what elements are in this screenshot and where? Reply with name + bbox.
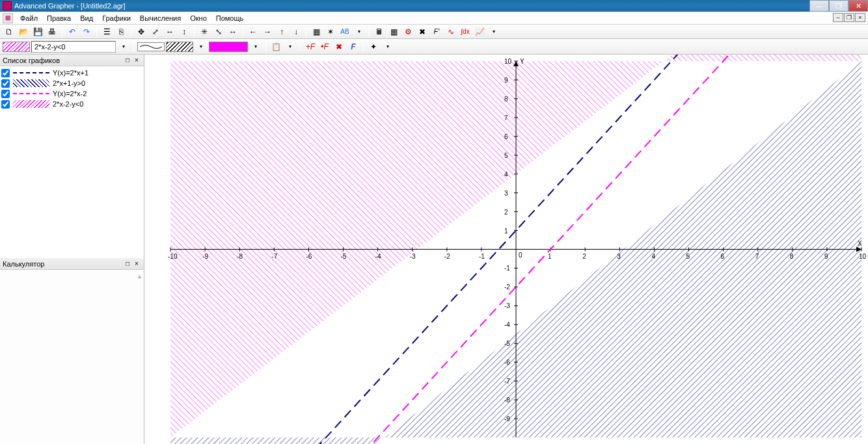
- svg-text:5: 5: [504, 152, 508, 159]
- move-button[interactable]: ✥: [135, 26, 148, 38]
- panel-dock-button[interactable]: □: [123, 259, 132, 268]
- pan-left-button[interactable]: ←: [247, 26, 260, 38]
- fit-button[interactable]: ⤡: [212, 26, 225, 38]
- separator: [194, 27, 195, 37]
- redo-button[interactable]: ↷: [80, 26, 93, 38]
- menu-calc[interactable]: Вычисления: [135, 13, 185, 23]
- regression-button[interactable]: 📈: [473, 26, 486, 38]
- intersection-button[interactable]: ✖: [416, 26, 429, 38]
- undo-button[interactable]: ↶: [66, 26, 79, 38]
- tangent-button[interactable]: ∿: [444, 26, 457, 38]
- hatch-style-picker[interactable]: [166, 42, 193, 52]
- center-button[interactable]: ✳: [198, 26, 211, 38]
- table-button[interactable]: ▦: [387, 26, 400, 38]
- scroll-up-icon[interactable]: ▴: [138, 272, 141, 280]
- calculator-button[interactable]: 🖩: [373, 26, 386, 38]
- legend-swatch-line-magenta: [13, 90, 49, 98]
- copy-list-button[interactable]: ⎘: [115, 26, 128, 38]
- print-button[interactable]: 🖶: [46, 26, 59, 38]
- formula-input[interactable]: [31, 41, 116, 53]
- graph-item[interactable]: 2*x+1-y>0: [1, 78, 142, 88]
- graph-item[interactable]: Y(x)=2*x+1: [1, 68, 142, 78]
- save-file-button[interactable]: 💾: [31, 26, 44, 38]
- open-file-button[interactable]: 📂: [17, 26, 30, 38]
- pan-right-button[interactable]: →: [261, 26, 274, 38]
- menu-window[interactable]: Окно: [185, 13, 211, 23]
- regression-dropdown[interactable]: ▾: [487, 26, 500, 38]
- svg-text:-6: -6: [504, 359, 510, 366]
- panel-close-button[interactable]: ×: [132, 56, 141, 65]
- panel-dock-button[interactable]: □: [123, 56, 132, 65]
- graph-visibility-checkbox[interactable]: [1, 100, 10, 109]
- svg-text:8: 8: [790, 253, 794, 260]
- panel-close-button[interactable]: ×: [132, 259, 141, 268]
- separator: [62, 27, 62, 37]
- hatch-dropdown[interactable]: ▾: [195, 41, 208, 53]
- mdi-restore-button[interactable]: ❐: [844, 13, 854, 22]
- add-function-button[interactable]: +F: [304, 41, 317, 53]
- fit-x-icon: ↔: [229, 28, 237, 36]
- document-icon[interactable]: ⊞: [3, 13, 13, 23]
- color-picker[interactable]: [209, 42, 248, 52]
- delete-function-button[interactable]: ✖: [332, 41, 346, 53]
- label-button[interactable]: AB: [338, 26, 351, 38]
- graph-visibility-checkbox[interactable]: [1, 69, 10, 77]
- menu-view[interactable]: Вид: [75, 13, 98, 23]
- ab-label-icon: AB: [340, 29, 349, 35]
- edit-function-button[interactable]: •F: [318, 41, 331, 53]
- line-style-picker[interactable]: [137, 42, 165, 51]
- arrow-up-icon: ↑: [280, 28, 284, 36]
- minimize-button[interactable]: —: [809, 0, 829, 12]
- zoom-xy-button[interactable]: ⤢: [149, 26, 162, 38]
- svg-text:1: 1: [548, 253, 552, 260]
- axis-toggle-button[interactable]: ✶: [324, 26, 337, 38]
- duplicate-function-button[interactable]: F: [347, 41, 360, 53]
- graph-properties-dropdown[interactable]: ▾: [284, 41, 297, 53]
- window-title: Advanced Grapher - [Untitled2.agr]: [14, 2, 865, 10]
- menu-file[interactable]: Файл: [16, 13, 42, 23]
- calculator-panel[interactable]: ▴: [0, 270, 144, 444]
- svg-text:9: 9: [824, 253, 828, 260]
- point-tool-dropdown[interactable]: ▾: [381, 41, 394, 53]
- trace-button[interactable]: ⚙: [401, 26, 414, 38]
- formula-dropdown[interactable]: ▾: [117, 41, 130, 53]
- pan-down-button[interactable]: ↓: [290, 26, 303, 38]
- chevron-down-icon: ▾: [122, 44, 125, 49]
- new-file-button[interactable]: 🗋: [3, 26, 16, 38]
- grid-toggle-button[interactable]: ▦: [310, 26, 323, 38]
- pan-up-button[interactable]: ↑: [275, 26, 288, 38]
- fit-x-button[interactable]: ↔: [226, 26, 239, 38]
- duplicate-icon: F: [351, 43, 355, 51]
- menu-graphs[interactable]: Графики: [98, 13, 135, 23]
- current-fill-swatch[interactable]: [3, 42, 30, 52]
- mdi-close-button[interactable]: ×: [855, 13, 865, 22]
- separator: [300, 42, 301, 52]
- graph-visibility-checkbox[interactable]: [1, 90, 10, 98]
- point-tool-button[interactable]: ✦: [367, 41, 380, 53]
- list-button[interactable]: ☰: [100, 26, 113, 38]
- graph-properties-button[interactable]: 📋: [269, 41, 282, 53]
- menu-edit[interactable]: Правка: [42, 13, 75, 23]
- graph-list[interactable]: Y(x)=2*x+1 2*x+1-y>0 Y(x)=2*x-2 2*x-2-y<…: [0, 66, 144, 258]
- close-button[interactable]: ✕: [848, 0, 868, 12]
- zoom-x-button[interactable]: ↔: [163, 26, 176, 38]
- title-bar: Advanced Grapher - [Untitled2.agr] — ❐ ✕: [0, 0, 868, 12]
- graph-item[interactable]: Y(x)=2*x-2: [1, 88, 142, 99]
- integral-button[interactable]: ∫dx: [459, 26, 472, 38]
- plot-svg: XY-10-9-8-7-6-5-4-3-2-112345678910-9-8-7…: [144, 55, 868, 444]
- menu-help[interactable]: Помощь: [211, 13, 249, 23]
- label-dropdown[interactable]: ▾: [353, 26, 366, 38]
- graph-visibility-checkbox[interactable]: [1, 79, 10, 88]
- color-dropdown[interactable]: ▾: [249, 41, 262, 53]
- svg-text:-4: -4: [375, 253, 381, 260]
- window-controls: — ❐ ✕: [809, 0, 868, 12]
- mdi-minimize-button[interactable]: –: [833, 13, 843, 22]
- graph-item[interactable]: 2*x-2-y<0: [1, 99, 142, 109]
- graph-canvas[interactable]: XY-10-9-8-7-6-5-4-3-2-112345678910-9-8-7…: [144, 55, 868, 444]
- svg-text:-3: -3: [410, 253, 416, 260]
- redo-icon: ↷: [83, 28, 90, 36]
- maximize-button[interactable]: ❐: [829, 0, 848, 12]
- legend-swatch-hatch-magenta: [13, 100, 49, 108]
- zoom-y-button[interactable]: ↕: [178, 26, 191, 38]
- derivative-button[interactable]: F': [430, 26, 443, 38]
